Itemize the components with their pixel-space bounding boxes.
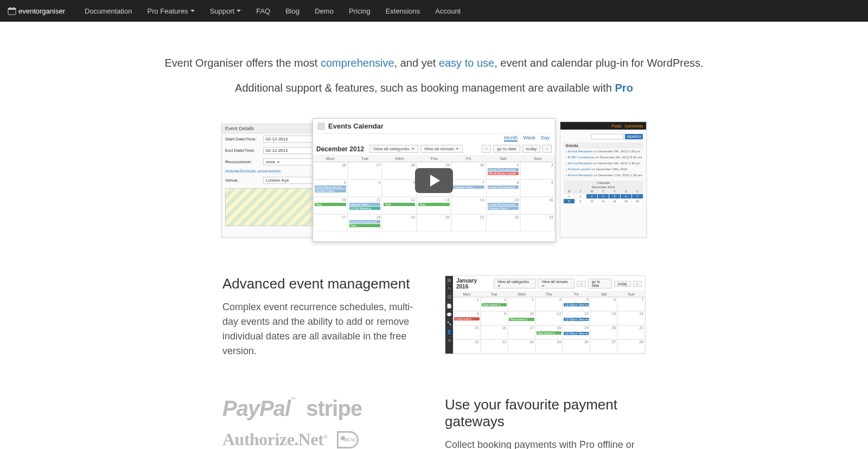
calendar-cell: 22 — [486, 214, 521, 232]
calendar-cell: 4 — [348, 179, 382, 197]
calendar-event: Test — [384, 203, 415, 206]
hero-text: , and yet — [394, 57, 439, 69]
tab-week: Week — [523, 135, 535, 142]
calendar-grid: MonTueWedThuFriSatSun26272829301Ivana Pe… — [313, 156, 555, 232]
hero: Event Organiser offers the most comprehe… — [119, 54, 749, 97]
mc-today: today — [614, 281, 631, 287]
calendar-cell: 8Ivana Perovanovic — [486, 179, 521, 197]
calendar-event: Test — [315, 203, 346, 206]
calendar-cell: 16 — [520, 197, 555, 214]
nav-documentation[interactable]: Documentation — [77, 0, 139, 22]
brand-link[interactable]: eventorganiser — [8, 7, 65, 15]
admin-calendar-title: Events Calendar — [328, 122, 384, 130]
authorizenet-logo: Authorize.Net® — [222, 429, 327, 449]
calendar-cell: 23 — [520, 214, 555, 232]
calendar-cell: 28 — [382, 162, 417, 179]
feature2-body: Collect booking payments with Pro offlin… — [445, 438, 646, 449]
feed-comments-icon: Comments — [624, 124, 643, 128]
calendar-cell: 14 — [451, 197, 486, 214]
search-input-mock — [591, 134, 624, 139]
nav-account[interactable]: Account — [427, 0, 468, 22]
calendar-cell: 3Ivana PerovanovicHesam Dans — [313, 179, 348, 197]
venue-value: London Eye — [263, 177, 315, 184]
nav-pro-features[interactable]: Pro Features — [139, 0, 202, 22]
hero-text: Event Organiser offers the most — [164, 57, 321, 69]
main-navbar: eventorganiser Documentation Pro Feature… — [0, 0, 868, 22]
mini-cal-month: December 2012 — [564, 185, 643, 189]
sidebar-event-item: › Emma Reception on December 5th, 2012 1… — [564, 149, 643, 155]
mini-cal-label: Calendar — [564, 181, 643, 185]
calendar-event: Ivana Perovanovic — [315, 185, 346, 189]
nav-pro-features-label: Pro Features — [147, 7, 188, 15]
calendar-cell: 17 — [313, 214, 348, 232]
mini-sidebar-calendar: Calendar December 2012 MTWTFSS1234567891… — [564, 181, 643, 203]
day-header: Wed — [382, 156, 417, 162]
hero-line-2: Additional support & features, such as b… — [119, 79, 749, 97]
filter-venues: View all venues — [420, 145, 463, 153]
day-header: Mon — [313, 156, 348, 162]
hero-link-comprehensive[interactable]: comprehensive — [321, 57, 394, 69]
end-date-label: End Date/Time: — [225, 148, 263, 153]
calendar-event: Hesam Dans — [488, 207, 519, 210]
hero-link-pro[interactable]: Pro — [615, 82, 633, 94]
event-details-panel: Event Details Start Date/Time:02-12-2012… — [221, 124, 319, 238]
nav-support[interactable]: Support — [202, 0, 249, 22]
nav-blog[interactable]: Blog — [278, 0, 307, 22]
mc-filter-cat: View all categories — [494, 279, 535, 288]
sidebar-event-item: › Emma Reception on December 11th, 2012 … — [564, 172, 643, 178]
prev-button: ‹ — [482, 145, 491, 153]
calendar-cell: 13Test — [417, 197, 451, 214]
start-date-label: Start Date/Time: — [225, 137, 263, 142]
sidebar-event-item: › Product Launch on December 10th, 2012 — [564, 166, 643, 172]
search-button-mock: SEARCH — [625, 134, 643, 139]
calendar-cell: 10Test — [313, 197, 348, 214]
calendar-cell: 19 — [382, 214, 417, 232]
calendar-event: Test — [349, 224, 381, 227]
frontend-sidebar-panel: Posts Comments SEARCH Events › Emma Rece… — [560, 121, 647, 238]
payment-logos: PayPal™ stripe Authorize.Net® DEAL — [222, 396, 423, 449]
calendar-event: Hesam Dans — [349, 203, 381, 206]
calendar-event: Hesam Dans — [315, 189, 346, 193]
calendar-cell: 11Hesam Dans13:30 Meeting — [348, 197, 382, 214]
mc-next: › — [633, 281, 642, 287]
tab-day: Day — [541, 135, 550, 142]
nav-demo[interactable]: Demo — [307, 0, 341, 22]
feature-payment-gateways: PayPal™ stripe Authorize.Net® DEAL Use y… — [222, 396, 646, 449]
hero-text: Additional support & features, such as b… — [235, 82, 615, 94]
nav-pricing[interactable]: Pricing — [341, 0, 378, 22]
today-button: today — [522, 145, 541, 153]
calendar-event: Test — [418, 203, 450, 206]
feature1-image: ▦✎🖼📄💬🔧👤⚙ January 2016 View all categorie… — [445, 275, 646, 354]
feature1-title: Advanced event management — [222, 275, 423, 292]
start-date-value: 02-12-2012 — [263, 136, 315, 143]
filter-categories: View all categories — [369, 145, 418, 153]
mc-goto: go to date — [588, 279, 612, 288]
paypal-logo: PayPal™ — [222, 396, 295, 421]
calendar-view-tabs: Month Week Day — [313, 134, 555, 143]
events-list-header: Events — [564, 143, 643, 149]
event-details-header: Event Details — [222, 124, 318, 133]
nav-extensions[interactable]: Extensions — [378, 0, 428, 22]
calendar-cell: 12Test — [382, 197, 417, 214]
reoccurence-label: Reoccurence: — [225, 159, 263, 164]
calendar-event: Ivana Perovanovic — [349, 220, 381, 223]
play-button[interactable] — [415, 168, 453, 193]
calendar-cell: 27 — [348, 162, 382, 179]
calendar-icon — [317, 123, 325, 130]
hero-link-easy[interactable]: easy to use — [439, 57, 494, 69]
feature2-title: Use your favourite payment gateways — [445, 396, 646, 430]
venue-label: Venue: — [225, 178, 263, 183]
include-exclude-link: Include/Exclude occurrences: — [222, 168, 318, 175]
svg-rect-2 — [10, 7, 11, 9]
feature1-body: Complex event recurrence schedules, mult… — [222, 300, 423, 358]
mc-month-label: January 2016 — [456, 278, 489, 290]
calendar-event: Ivana Perovanovic — [488, 203, 519, 206]
nav-faq[interactable]: FAQ — [248, 0, 278, 22]
day-header: Sun — [520, 156, 555, 162]
calendar-cell: 26 — [313, 162, 348, 179]
mc-filter-ven: View all venues — [538, 279, 575, 288]
chevron-down-icon — [237, 10, 241, 12]
hero-line-1: Event Organiser offers the most comprehe… — [119, 54, 749, 72]
day-header: Thu — [417, 156, 451, 162]
calendar-event: 09:16 Every month — [488, 172, 519, 175]
